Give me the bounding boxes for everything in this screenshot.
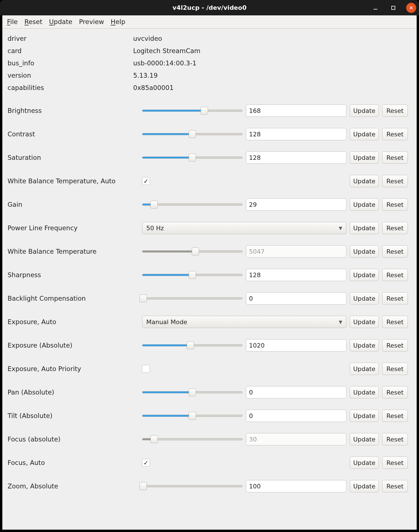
close-icon (408, 5, 414, 11)
wb-auto-reset-button[interactable]: Reset (382, 175, 408, 187)
sharpness-slider[interactable] (142, 269, 243, 281)
brightness-slider[interactable] (142, 104, 243, 117)
maximize-button[interactable] (388, 3, 398, 13)
backlight-update-button[interactable]: Update (350, 292, 379, 305)
exposure-abs-update-button[interactable]: Update (350, 339, 379, 352)
focus-auto-reset-button[interactable]: Reset (382, 457, 408, 469)
backlight-reset-button[interactable]: Reset (382, 292, 408, 305)
minimize-button[interactable] (370, 3, 380, 13)
row-power-line: Power Line Frequency 50 Hz ▼ Update Rese… (8, 216, 411, 240)
info-version-label: version (8, 69, 133, 82)
focus-abs-slider (142, 433, 243, 445)
exposure-abs-slider[interactable] (142, 339, 243, 352)
menu-update[interactable]: Update (49, 18, 72, 25)
zoom-reset-button[interactable]: Reset (382, 480, 408, 492)
row-saturation: Saturation 128 Update Reset (8, 146, 411, 169)
wb-temp-update-button[interactable]: Update (350, 245, 379, 258)
info-card-value: Logitech StreamCam (133, 45, 411, 57)
wb-auto-update-button[interactable]: Update (350, 175, 379, 187)
menu-help[interactable]: Help (111, 18, 125, 25)
tilt-input[interactable]: 0 (246, 410, 346, 422)
power-line-reset-button[interactable]: Reset (382, 222, 408, 234)
backlight-input[interactable]: 0 (246, 292, 346, 305)
gain-slider[interactable] (142, 198, 243, 211)
row-exposure-abs: Exposure (Absolute) 1020 Update Reset (8, 334, 411, 357)
gain-reset-button[interactable]: Reset (382, 198, 408, 211)
focus-abs-input: 30 (246, 433, 346, 445)
saturation-reset-button[interactable]: Reset (382, 151, 408, 164)
exposure-abs-input[interactable]: 1020 (246, 339, 346, 352)
gain-update-button[interactable]: Update (350, 198, 379, 211)
window-title: v4l2ucp - /dev/video0 (0, 4, 419, 11)
gain-input[interactable]: 29 (246, 198, 346, 211)
pan-slider[interactable] (142, 386, 243, 398)
zoom-update-button[interactable]: Update (350, 480, 379, 492)
contrast-label: Contrast (8, 130, 139, 138)
saturation-slider[interactable] (142, 151, 243, 164)
tilt-reset-button[interactable]: Reset (382, 410, 408, 422)
wb-auto-checkbox[interactable]: ✓ (142, 177, 150, 185)
exposure-auto-label: Exposure, Auto (8, 318, 139, 326)
saturation-update-button[interactable]: Update (350, 151, 379, 164)
saturation-input[interactable]: 128 (246, 151, 346, 164)
wb-temp-reset-button[interactable]: Reset (382, 245, 408, 258)
svg-rect-1 (392, 6, 395, 10)
exposure-priority-update-button[interactable]: Update (350, 363, 379, 375)
info-version-value: 5.13.19 (133, 69, 411, 82)
pan-reset-button[interactable]: Reset (382, 386, 408, 398)
exposure-priority-checkbox[interactable] (142, 365, 150, 373)
info-driver-label: driver (8, 32, 133, 45)
row-wb-temp: White Balance Temperature 5047 Update Re… (8, 240, 411, 263)
power-line-label: Power Line Frequency (8, 224, 139, 232)
row-focus-auto: Focus, Auto ✓ Update Reset (8, 451, 411, 474)
contrast-input[interactable]: 128 (246, 128, 346, 140)
sharpness-label: Sharpness (8, 271, 139, 279)
pan-input[interactable]: 0 (246, 386, 346, 398)
brightness-label: Brightness (8, 107, 139, 114)
menu-update-rest: pdate (54, 18, 72, 25)
zoom-label: Zoom, Absolute (8, 483, 139, 490)
focus-abs-reset-button[interactable]: Reset (382, 433, 408, 445)
tilt-update-button[interactable]: Update (350, 410, 379, 422)
titlebar[interactable]: v4l2ucp - /dev/video0 (0, 0, 419, 15)
maximize-icon (391, 5, 396, 11)
zoom-input[interactable]: 100 (246, 480, 346, 492)
sharpness-reset-button[interactable]: Reset (382, 269, 408, 281)
exposure-auto-select[interactable]: Manual Mode ▼ (142, 316, 346, 328)
device-info: driveruvcvideo cardLogitech StreamCam bu… (8, 32, 411, 94)
power-line-update-button[interactable]: Update (350, 222, 379, 234)
pan-label: Pan (Absolute) (8, 389, 139, 396)
brightness-reset-button[interactable]: Reset (382, 104, 408, 117)
contrast-slider[interactable] (142, 128, 243, 140)
tilt-slider[interactable] (142, 410, 243, 422)
close-button[interactable] (406, 3, 416, 13)
menu-file-rest: ile (10, 18, 18, 25)
focus-auto-checkbox[interactable]: ✓ (142, 459, 150, 467)
menu-preview[interactable]: Preview (79, 18, 104, 25)
sharpness-update-button[interactable]: Update (350, 269, 379, 281)
exposure-abs-reset-button[interactable]: Reset (382, 339, 408, 352)
pan-update-button[interactable]: Update (350, 386, 379, 398)
power-line-select[interactable]: 50 Hz ▼ (142, 222, 346, 234)
exposure-priority-reset-button[interactable]: Reset (382, 363, 408, 375)
contrast-reset-button[interactable]: Reset (382, 128, 408, 140)
menu-reset[interactable]: Reset (25, 18, 42, 25)
window-controls (370, 0, 416, 15)
brightness-update-button[interactable]: Update (350, 104, 379, 117)
focus-abs-update-button[interactable]: Update (350, 433, 379, 445)
zoom-slider[interactable] (142, 480, 243, 492)
exposure-auto-update-button[interactable]: Update (350, 316, 379, 328)
focus-auto-label: Focus, Auto (8, 459, 139, 466)
exposure-auto-reset-button[interactable]: Reset (382, 316, 408, 328)
sharpness-input[interactable]: 128 (246, 269, 346, 281)
info-capabilities-value: 0x85a00001 (133, 82, 411, 94)
backlight-slider[interactable] (142, 292, 243, 305)
menu-file[interactable]: File (7, 18, 18, 25)
info-bus-label: bus_info (8, 57, 133, 69)
exposure-priority-label: Exposure, Auto Priority (8, 365, 139, 372)
brightness-input[interactable]: 168 (246, 104, 346, 117)
focus-auto-update-button[interactable]: Update (350, 457, 379, 469)
info-driver-value: uvcvideo (133, 32, 411, 45)
row-gain: Gain 29 Update Reset (8, 193, 411, 216)
contrast-update-button[interactable]: Update (350, 128, 379, 140)
